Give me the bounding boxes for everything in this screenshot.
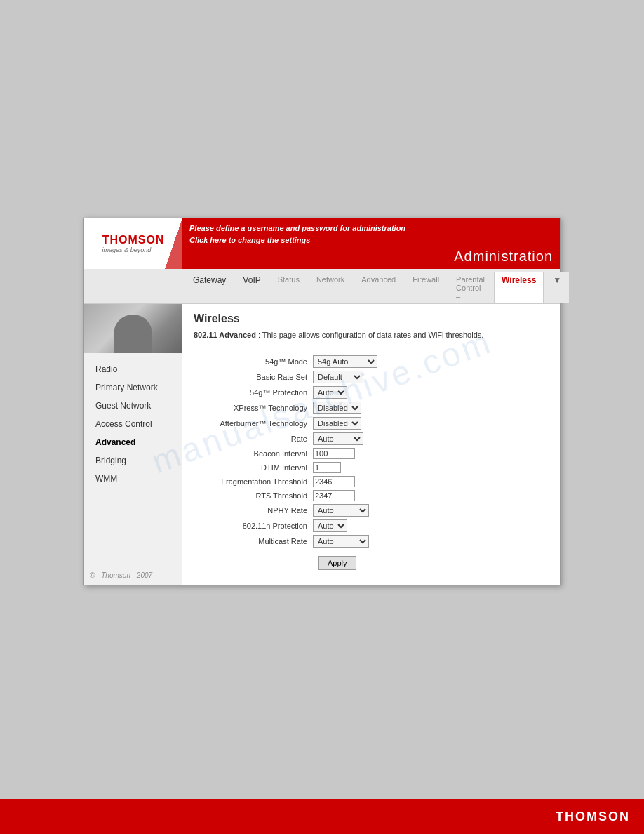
select-80211n[interactable]: Auto Off xyxy=(313,519,347,532)
sidebar-item-advanced[interactable]: Advanced xyxy=(84,433,182,451)
label-frag: Fragmentation Threshold xyxy=(194,477,313,486)
admin-warning: Please define a username and password fo… xyxy=(189,223,553,246)
admin-title: Administration xyxy=(189,249,553,265)
tab-status[interactable]: Status – xyxy=(270,272,307,303)
label-54g-mode: 54g™ Mode xyxy=(194,357,313,366)
form-row-nphy: NPHY Rate Auto 6 Mbps 9 Mbps 12 Mbps xyxy=(194,504,549,517)
sidebar-item-radio[interactable]: Radio xyxy=(84,360,182,378)
apply-button[interactable]: Apply xyxy=(318,556,356,570)
input-dtim[interactable] xyxy=(313,462,341,473)
form-row-beacon: Beacon Interval xyxy=(194,448,549,459)
nav-tabs: Gateway VoIP Status – Network – Advanced… xyxy=(84,269,560,304)
label-80211n: 802.11n Protection xyxy=(194,522,313,530)
banner-right: Please define a username and password fo… xyxy=(182,218,560,269)
nav-items: Gateway VoIP Status – Network – Advanced… xyxy=(182,269,572,303)
label-basic-rate: Basic Rate Set xyxy=(194,373,313,381)
top-banner: THOMSON images & beyond Please define a … xyxy=(84,218,560,269)
content-wrapper: Radio Primary Network Guest Network Acce… xyxy=(84,304,560,585)
form-row-80211n: 802.11n Protection Auto Off xyxy=(194,519,549,532)
bottom-logo: THOMSON xyxy=(556,809,630,824)
page-title: Wireless xyxy=(194,312,549,325)
select-rate[interactable]: Auto 1 Mbps 2 Mbps 5.5 Mbps 11 Mbps 6 Mb… xyxy=(313,432,363,445)
select-xpress[interactable]: Disabled Enabled xyxy=(313,402,361,414)
sidebar: Radio Primary Network Guest Network Acce… xyxy=(84,304,182,585)
label-multicast: Multicast Rate xyxy=(194,537,313,545)
logo-container: THOMSON images & beyond xyxy=(84,218,182,269)
here-link[interactable]: here xyxy=(210,236,226,244)
tab-gateway[interactable]: Gateway xyxy=(185,272,234,303)
label-xpress: XPress™ Technology xyxy=(194,404,313,412)
form-row-dtim: DTIM Interval xyxy=(194,462,549,473)
sidebar-item-wmm[interactable]: WMM xyxy=(84,470,182,488)
select-54g-mode[interactable]: 54g Auto 54g Only 54g LRS 802.11b Only xyxy=(313,355,377,368)
sidebar-item-access-control[interactable]: Access Control xyxy=(84,415,182,433)
sidebar-item-guest-network[interactable]: Guest Network xyxy=(84,397,182,415)
input-rts[interactable] xyxy=(313,490,355,501)
form-row-rts: RTS Threshold xyxy=(194,490,549,501)
main-content: Wireless 802.11 Advanced : This page all… xyxy=(182,304,560,585)
swoosh-decoration xyxy=(165,218,182,269)
label-nphy: NPHY Rate xyxy=(194,506,313,515)
form-row-frag: Fragmentation Threshold xyxy=(194,476,549,487)
description-text: This page allows configuration of data r… xyxy=(262,331,484,339)
sidebar-item-bridging[interactable]: Bridging xyxy=(84,451,182,470)
label-afterburner: Afterburner™ Technology xyxy=(194,419,313,428)
description-prefix: 802.11 Advanced xyxy=(194,331,256,339)
page-description: 802.11 Advanced : This page allows confi… xyxy=(194,331,549,345)
label-54g-protection: 54g™ Protection xyxy=(194,388,313,397)
tab-network[interactable]: Network – xyxy=(309,272,352,303)
form-table: 54g™ Mode 54g Auto 54g Only 54g LRS 802.… xyxy=(194,355,549,570)
form-row-rate: Rate Auto 1 Mbps 2 Mbps 5.5 Mbps 11 Mbps… xyxy=(194,432,549,445)
label-rts: RTS Threshold xyxy=(194,491,313,500)
tab-wireless[interactable]: Wireless xyxy=(494,272,544,303)
form-row-apply: Apply xyxy=(194,550,549,570)
sidebar-footer: © - Thomson - 2007 xyxy=(90,571,152,579)
nav-left-spacer xyxy=(84,269,182,303)
select-afterburner[interactable]: Disabled Enabled xyxy=(313,417,361,430)
form-row-multicast: Multicast Rate Auto 1 Mbps 2 Mbps 5.5 Mb… xyxy=(194,535,549,548)
select-54g-protection[interactable]: Auto Off xyxy=(313,386,347,399)
select-basic-rate[interactable]: Default All 1-2 Mbps xyxy=(313,371,363,383)
sidebar-avatar xyxy=(84,304,182,353)
form-row-54g-protection: 54g™ Protection Auto Off xyxy=(194,386,549,399)
label-beacon: Beacon Interval xyxy=(194,449,313,458)
label-rate: Rate xyxy=(194,435,313,443)
brand-tagline: images & beyond xyxy=(102,246,165,253)
brand-name: THOMSON xyxy=(102,234,165,246)
form-row-54g-mode: 54g™ Mode 54g Auto 54g Only 54g LRS 802.… xyxy=(194,355,549,368)
form-row-afterburner: Afterburner™ Technology Disabled Enabled xyxy=(194,417,549,430)
sidebar-item-primary-network[interactable]: Primary Network xyxy=(84,378,182,397)
tab-parental[interactable]: Parental Control – xyxy=(448,272,492,303)
select-nphy[interactable]: Auto 6 Mbps 9 Mbps 12 Mbps xyxy=(313,504,369,517)
form-row-xpress: XPress™ Technology Disabled Enabled xyxy=(194,402,549,414)
sidebar-menu: Radio Primary Network Guest Network Acce… xyxy=(84,353,182,495)
bottom-bar: THOMSON xyxy=(0,799,644,834)
router-ui: THOMSON images & beyond Please define a … xyxy=(83,218,561,585)
logo-area: THOMSON images & beyond xyxy=(102,234,165,253)
input-beacon[interactable] xyxy=(313,448,355,459)
tab-voip[interactable]: VoIP xyxy=(235,272,268,303)
input-frag[interactable] xyxy=(313,476,355,487)
label-dtim: DTIM Interval xyxy=(194,463,313,472)
tab-firewall[interactable]: Firewall – xyxy=(405,272,447,303)
select-multicast[interactable]: Auto 1 Mbps 2 Mbps 5.5 Mbps 11 Mbps xyxy=(313,535,369,548)
tab-advanced[interactable]: Advanced – xyxy=(354,272,403,303)
tab-arrow[interactable]: ▼ xyxy=(545,272,569,303)
form-row-basic-rate: Basic Rate Set Default All 1-2 Mbps xyxy=(194,371,549,383)
